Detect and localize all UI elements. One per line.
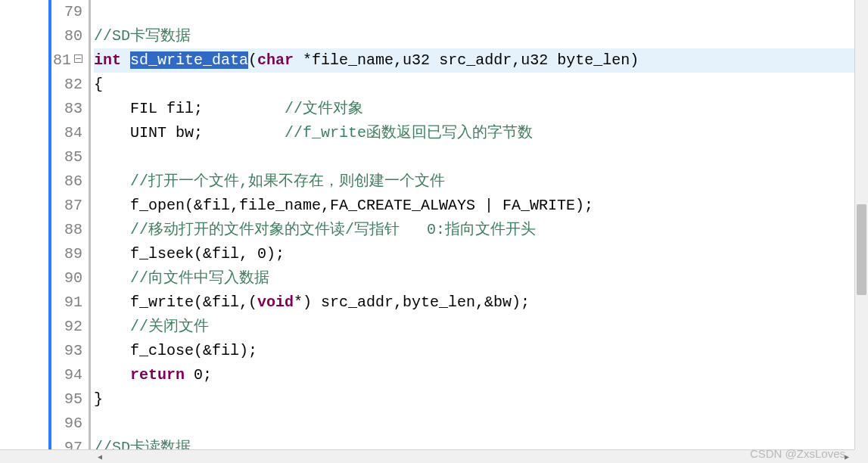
- line-number: 96: [0, 412, 82, 436]
- code-line[interactable]: return 0;: [94, 363, 868, 387]
- comment-text: //移动打开的文件对象的文件读/写指针 0:指向文件开头: [130, 221, 536, 238]
- keyword: char: [257, 51, 294, 69]
- keyword: void: [257, 294, 294, 311]
- line-number: 87: [0, 194, 82, 218]
- code-line[interactable]: {: [94, 73, 868, 97]
- line-number: 84: [0, 121, 82, 145]
- code-line[interactable]: //打开一个文件,如果不存在，则创建一个文件: [94, 169, 868, 194]
- code-line[interactable]: }: [94, 387, 868, 412]
- keyword: return: [130, 366, 185, 384]
- line-number: 83: [0, 97, 82, 121]
- code-line[interactable]: //SD卡写数据: [94, 24, 868, 48]
- code-line[interactable]: //关闭文件: [94, 315, 868, 339]
- line-number: 95: [0, 387, 82, 412]
- code-line-current[interactable]: int sd_write_data(char *file_name,u32 sr…: [94, 48, 868, 73]
- selected-function-name: sd_write_data: [130, 51, 248, 69]
- line-number: 90: [0, 266, 82, 291]
- code-line[interactable]: [94, 145, 868, 169]
- line-number: 79: [0, 0, 82, 24]
- code-line[interactable]: //移动打开的文件对象的文件读/写指针 0:指向文件开头: [94, 218, 868, 242]
- line-number: 94: [0, 363, 82, 387]
- line-number: 91: [0, 291, 82, 315]
- code-line[interactable]: f_open(&fil,file_name,FA_CREATE_ALWAYS |…: [94, 194, 868, 218]
- comment-text: //SD卡写数据: [94, 27, 191, 45]
- vertical-scrollbar[interactable]: [854, 0, 868, 449]
- comment-text: //打开一个文件,如果不存在，则创建一个文件: [130, 172, 445, 190]
- code-line[interactable]: f_write(&fil,(void*) src_addr,byte_len,&…: [94, 291, 868, 315]
- scroll-left-arrow-icon[interactable]: ◀: [94, 451, 106, 463]
- line-number: 86: [0, 169, 82, 194]
- line-number-gutter: 79 80 81 82 83 84 85 86 87 88 89 90 91 9…: [0, 0, 91, 463]
- line-number: 82: [0, 73, 82, 97]
- code-line[interactable]: //向文件中写入数据: [94, 266, 868, 291]
- line-number: 81: [0, 48, 82, 73]
- code-editor[interactable]: 79 80 81 82 83 84 85 86 87 88 89 90 91 9…: [0, 0, 868, 463]
- scroll-corner: [854, 449, 868, 463]
- code-line[interactable]: [94, 412, 868, 436]
- watermark-text: CSDN @ZxsLoves: [750, 447, 845, 460]
- line-number: 85: [0, 145, 82, 169]
- line-number: 93: [0, 339, 82, 363]
- line-number: 92: [0, 315, 82, 339]
- code-line[interactable]: f_close(&fil);: [94, 339, 868, 363]
- comment-text: //文件对象: [285, 100, 363, 117]
- fold-toggle-icon[interactable]: [74, 54, 82, 63]
- horizontal-scrollbar[interactable]: ◀ ▶: [0, 449, 854, 463]
- comment-text: //f_write函数返回已写入的字节数: [285, 124, 533, 141]
- code-text-area[interactable]: //SD卡写数据 int sd_write_data(char *file_na…: [91, 0, 868, 463]
- code-line[interactable]: FIL fil; //文件对象: [94, 97, 868, 121]
- comment-text: //向文件中写入数据: [130, 269, 269, 287]
- line-number: 89: [0, 242, 82, 266]
- scrollbar-thumb[interactable]: [857, 204, 866, 295]
- comment-text: //关闭文件: [130, 318, 209, 335]
- code-line[interactable]: UINT bw; //f_write函数返回已写入的字节数: [94, 121, 868, 145]
- line-number: 80: [0, 24, 82, 48]
- code-line[interactable]: f_lseek(&fil, 0);: [94, 242, 868, 266]
- code-line[interactable]: [94, 0, 868, 24]
- keyword: int: [94, 51, 121, 69]
- line-number: 88: [0, 218, 82, 242]
